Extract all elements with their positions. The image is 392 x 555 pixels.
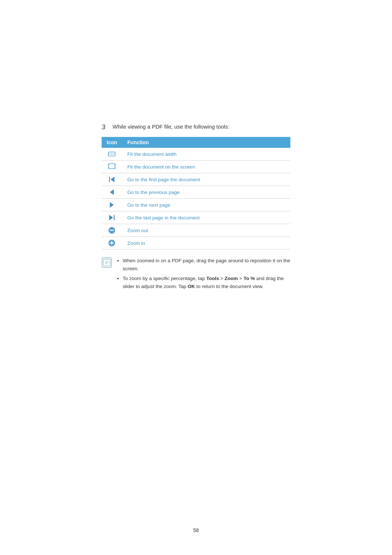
note-bullet-1: When zoomed in on a PDF page, drag the p… bbox=[123, 257, 290, 272]
note-bullet-2: To zoom by a specific percentage, tap To… bbox=[123, 275, 290, 290]
note-pencil-icon bbox=[103, 259, 110, 266]
prev-page-icon bbox=[108, 188, 116, 196]
icon-cell-zoom-out bbox=[102, 224, 122, 237]
table-row: Fit the document width bbox=[102, 148, 290, 161]
zoom-bold: Zoom bbox=[225, 276, 238, 281]
function-text-next-page: Go to the next page bbox=[122, 199, 290, 211]
tools-bold: Tools bbox=[206, 276, 219, 281]
first-page-icon bbox=[108, 175, 116, 183]
icon-cell-prev-page bbox=[102, 186, 122, 199]
icon-column-header: Icon bbox=[102, 137, 122, 148]
function-text-first-page: Go to the first page the document bbox=[122, 173, 290, 186]
fit-width-icon bbox=[108, 150, 116, 158]
zoom-out-icon bbox=[108, 226, 116, 234]
table-row: Fit the document on the screen bbox=[102, 161, 290, 173]
next-page-icon bbox=[108, 201, 116, 209]
note-content: When zoomed in on a PDF page, drag the p… bbox=[116, 257, 290, 292]
table-row: Zoom in bbox=[102, 237, 290, 250]
table-row: Go to the previous page bbox=[102, 186, 290, 199]
content-area: 3 While viewing a PDF file, use the foll… bbox=[102, 123, 290, 292]
icon-cell-zoom-in bbox=[102, 237, 122, 250]
table-header-row: Icon Function bbox=[102, 137, 290, 148]
step-number: 3 bbox=[102, 123, 109, 131]
table-row: Zoom out bbox=[102, 224, 290, 237]
icon-cell-fit-width bbox=[102, 148, 122, 161]
table-header: Icon Function bbox=[102, 137, 290, 148]
function-text-zoom-in: Zoom in bbox=[122, 237, 290, 250]
icon-cell-first-page bbox=[102, 173, 122, 186]
to-percent-bold: To % bbox=[244, 276, 255, 281]
last-page-icon bbox=[108, 214, 116, 222]
icon-cell-fit-screen bbox=[102, 161, 122, 173]
ok-bold: OK bbox=[188, 284, 195, 289]
step-intro: 3 While viewing a PDF file, use the foll… bbox=[102, 123, 290, 131]
table-row: Go to the first page the document bbox=[102, 173, 290, 186]
note-section: When zoomed in on a PDF page, drag the p… bbox=[102, 257, 290, 292]
fit-screen-icon bbox=[108, 163, 116, 171]
icon-cell-last-page bbox=[102, 211, 122, 224]
function-text-fit-width: Fit the document width bbox=[122, 148, 290, 161]
zoom-in-icon bbox=[108, 239, 116, 247]
svg-rect-2 bbox=[109, 164, 115, 169]
function-text-prev-page: Go to the previous page bbox=[122, 186, 290, 199]
function-text-zoom-out: Zoom out bbox=[122, 224, 290, 237]
table-row: Go to the next page bbox=[102, 199, 290, 211]
function-text-fit-screen: Fit the document on the screen bbox=[122, 161, 290, 173]
page-container: 3 While viewing a PDF file, use the foll… bbox=[0, 0, 392, 555]
function-text-last-page: Go the last page in the document bbox=[122, 211, 290, 224]
function-column-header: Function bbox=[122, 137, 290, 148]
tools-table: Icon Function Fit the document bbox=[102, 137, 290, 250]
icon-cell-next-page bbox=[102, 199, 122, 211]
page-number: 58 bbox=[193, 527, 199, 533]
table-row: Go the last page in the document bbox=[102, 211, 290, 224]
step-text: While viewing a PDF file, use the follow… bbox=[113, 123, 229, 130]
note-icon-box bbox=[102, 258, 112, 268]
table-body: Fit the document width Fit the document bbox=[102, 148, 290, 250]
